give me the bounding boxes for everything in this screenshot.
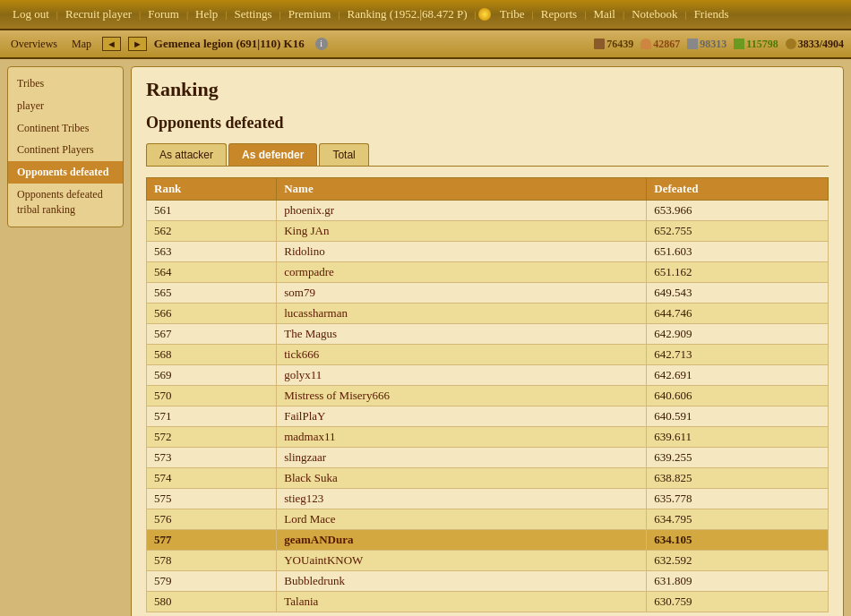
- sidebar-item-opponents-tribal[interactable]: Opponents defeated tribal ranking: [8, 184, 123, 221]
- cell-rank: 570: [147, 386, 277, 406]
- clay-value: 42867: [653, 38, 680, 51]
- cell-name: FailPlaY: [277, 406, 647, 427]
- cell-rank: 569: [147, 365, 277, 386]
- player-link[interactable]: Lord Mace: [284, 512, 335, 526]
- player-link[interactable]: King JAn: [284, 224, 329, 237]
- cell-defeated: 631.809: [647, 571, 829, 592]
- sep-6: |: [338, 9, 340, 20]
- cell-defeated: 649.543: [647, 283, 829, 304]
- sep-1: |: [56, 9, 58, 20]
- overviews-link[interactable]: Overviews: [7, 37, 61, 52]
- player-link[interactable]: geamANDura: [284, 533, 353, 546]
- cell-rank: 564: [147, 262, 277, 283]
- player-link[interactable]: madmax11: [284, 430, 335, 443]
- player-link[interactable]: som79: [284, 286, 315, 299]
- cell-rank: 568: [147, 345, 277, 365]
- table-row: 569golyx11642.691: [147, 365, 829, 386]
- cell-defeated: 651.162: [647, 262, 829, 283]
- main-wrapper: Tribes player Continent Tribes Continent…: [0, 59, 851, 616]
- sidebar-item-opponents-defeated[interactable]: Opponents defeated: [8, 161, 123, 184]
- prev-village-button[interactable]: ◄: [102, 37, 121, 51]
- cell-name: tick666: [277, 345, 647, 365]
- tribe-icon: [478, 8, 491, 21]
- cell-defeated: 652.755: [647, 221, 829, 242]
- col-name: Name: [277, 178, 647, 201]
- cell-defeated: 642.691: [647, 365, 829, 386]
- sidebar: Tribes player Continent Tribes Continent…: [7, 66, 124, 227]
- cell-rank: 577: [147, 530, 277, 551]
- map-link[interactable]: Map: [68, 37, 95, 52]
- table-row: 563Ridolino651.603: [147, 242, 829, 262]
- player-link[interactable]: YOUaintKNOW: [284, 553, 363, 567]
- nav-ranking[interactable]: Ranking (1952.|68.472 P): [342, 5, 473, 23]
- cell-name: madmax11: [277, 427, 647, 448]
- player-link[interactable]: Ridolino: [284, 244, 325, 258]
- tab-total[interactable]: Total: [319, 143, 368, 166]
- cell-name: Mistress of Misery666: [277, 386, 647, 406]
- nav-settings[interactable]: Settings: [229, 5, 278, 23]
- cell-name: golyx11: [277, 365, 647, 386]
- table-row: 577geamANDura634.105: [147, 530, 829, 551]
- cell-name: The Magus: [277, 324, 647, 345]
- player-link[interactable]: Mistress of Misery666: [284, 389, 390, 402]
- cell-defeated: 640.591: [647, 406, 829, 427]
- iron-value: 98313: [700, 38, 726, 51]
- cell-rank: 572: [147, 427, 277, 448]
- nav-notebook[interactable]: Notebook: [626, 5, 683, 23]
- table-body: 561phoenix.gr653.966562King JAn652.75556…: [147, 201, 829, 612]
- player-link[interactable]: Talania: [284, 595, 318, 608]
- iron-resource: 98313: [687, 38, 726, 51]
- resource-bar: 76439 42867 98313 115798 3833/4904: [594, 38, 844, 51]
- player-link[interactable]: cormpadre: [284, 265, 334, 278]
- tab-attacker[interactable]: As attacker: [146, 143, 227, 166]
- food-resource: 115798: [734, 38, 778, 51]
- table-row: 566lucassharman644.746: [147, 304, 829, 324]
- sep-3: |: [186, 9, 188, 20]
- table-row: 568tick666642.713: [147, 345, 829, 365]
- nav-forum[interactable]: Forum: [142, 5, 185, 23]
- sidebar-item-player[interactable]: player: [8, 95, 123, 117]
- iron-icon: [687, 38, 698, 49]
- player-link[interactable]: Bubbledrunk: [284, 574, 345, 587]
- nav-logout[interactable]: Log out: [7, 5, 55, 23]
- cell-name: YOUaintKNOW: [277, 551, 647, 571]
- pop-icon: [786, 38, 796, 49]
- cell-defeated: 630.759: [647, 592, 829, 612]
- player-link[interactable]: stieg123: [284, 492, 323, 505]
- player-link[interactable]: lucassharman: [284, 306, 348, 320]
- nav-mail[interactable]: Mail: [588, 5, 621, 23]
- player-link[interactable]: golyx11: [284, 368, 322, 381]
- sep-7: |: [475, 9, 477, 20]
- cell-rank: 578: [147, 551, 277, 571]
- cell-name: slingzaar: [277, 448, 647, 468]
- player-link[interactable]: slingzaar: [284, 450, 326, 464]
- player-link[interactable]: FailPlaY: [284, 409, 325, 423]
- player-link[interactable]: The Magus: [284, 327, 337, 340]
- sidebar-item-tribes[interactable]: Tribes: [8, 73, 123, 95]
- nav-premium[interactable]: Premium: [283, 5, 337, 23]
- nav-help[interactable]: Help: [190, 5, 223, 23]
- nav-tribe[interactable]: Tribe: [494, 5, 530, 23]
- sidebar-item-continent-tribes[interactable]: Continent Tribes: [8, 117, 123, 140]
- cell-rank: 580: [147, 592, 277, 612]
- sidebar-item-continent-players[interactable]: Continent Players: [8, 139, 123, 161]
- wood-value: 76439: [606, 38, 633, 51]
- next-village-button[interactable]: ►: [128, 37, 147, 51]
- sep-9: |: [584, 9, 586, 20]
- village-info-icon[interactable]: i: [315, 38, 328, 50]
- nav-friends[interactable]: Friends: [689, 5, 735, 23]
- cell-defeated: 635.778: [647, 489, 829, 509]
- sep-4: |: [225, 9, 227, 20]
- table-row: 562King JAn652.755: [147, 221, 829, 242]
- cell-defeated: 642.713: [647, 345, 829, 365]
- player-link[interactable]: tick666: [284, 347, 319, 361]
- table-row: 571FailPlaY640.591: [147, 406, 829, 427]
- player-link[interactable]: phoenix.gr: [284, 203, 334, 217]
- table-row: 579Bubbledrunk631.809: [147, 571, 829, 592]
- nav-recruit[interactable]: Recruit player: [60, 5, 137, 23]
- tab-defender[interactable]: As defender: [228, 143, 317, 166]
- nav-reports[interactable]: Reports: [536, 5, 582, 23]
- cell-defeated: 644.746: [647, 304, 829, 324]
- table-row: 573slingzaar639.255: [147, 448, 829, 468]
- player-link[interactable]: Black Suka: [284, 471, 338, 484]
